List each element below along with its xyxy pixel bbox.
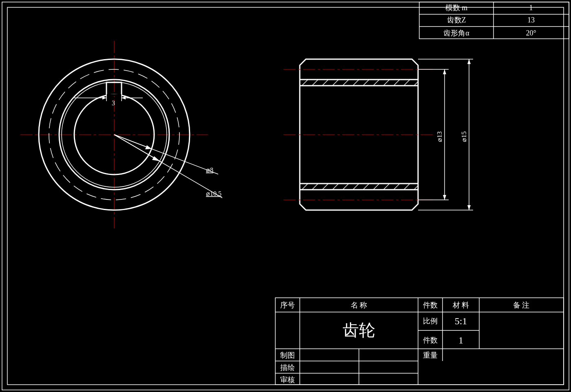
svg-marker-48 (443, 69, 446, 74)
svg-line-36 (332, 184, 339, 190)
svg-line-34 (312, 184, 318, 190)
svg-line-25 (343, 80, 349, 86)
svg-marker-49 (443, 195, 446, 200)
hdr-remarks: 备 注 (513, 301, 530, 309)
dim-keyway-dia: ⌀10.5 (206, 190, 221, 197)
svg-rect-55 (275, 298, 564, 385)
svg-line-21 (302, 80, 308, 86)
dim-bore: ⌀8 (206, 166, 213, 173)
svg-line-42 (394, 184, 400, 190)
qty2-label: 件数 (423, 336, 438, 344)
svg-marker-54 (467, 205, 471, 210)
param-value-2: 20° (526, 29, 536, 37)
scale-value: 5:1 (455, 316, 467, 326)
drawn-by-label: 制图 (280, 351, 295, 359)
svg-line-35 (322, 184, 328, 190)
param-value-0: 1 (529, 4, 533, 12)
dim-outer-dia: ⌀15 (460, 131, 467, 142)
weight-label: 重量 (423, 351, 438, 359)
side-view: ⌀13 ⌀15 (283, 59, 473, 210)
svg-line-31 (404, 80, 410, 86)
svg-line-40 (373, 184, 379, 190)
hdr-seq: 序号 (280, 301, 295, 309)
svg-line-43 (404, 184, 410, 190)
inner-border (7, 7, 564, 385)
title-block: 序号 名 称 件数 材 料 备 注 齿轮 比例 5:1 件数 1 制图 描绘 审… (275, 298, 564, 385)
svg-line-22 (312, 80, 318, 86)
param-label-1: 齿数Z (447, 16, 466, 24)
traced-by-label: 描绘 (280, 363, 295, 372)
dim-pitch-dia: ⌀13 (436, 131, 443, 142)
outer-border (2, 2, 569, 390)
dim-keyway-width: 3 (112, 100, 115, 106)
svg-line-27 (363, 80, 369, 86)
front-view: 3 ⌀8 ⌀10.5 (20, 41, 222, 228)
part-name: 齿轮 (343, 321, 375, 339)
drawing-canvas: 模数 m 1 齿数Z 13 齿形角α 20° 3 ⌀8 (0, 0, 571, 392)
param-value-1: 13 (527, 16, 535, 24)
hatch-bottom (302, 184, 418, 190)
svg-marker-9 (102, 96, 106, 100)
svg-line-26 (353, 80, 359, 86)
param-label-2: 齿形角α (443, 29, 469, 37)
svg-marker-10 (122, 96, 126, 100)
qty2-value: 1 (458, 335, 463, 345)
svg-line-24 (332, 80, 339, 86)
hdr-name: 名 称 (351, 301, 367, 309)
svg-line-41 (383, 184, 390, 190)
svg-line-30 (394, 80, 400, 86)
param-label-0: 模数 m (445, 4, 468, 12)
svg-line-23 (322, 80, 328, 86)
svg-line-33 (302, 184, 308, 190)
checked-by-label: 审核 (280, 376, 295, 384)
hatch-top (302, 80, 418, 86)
svg-marker-53 (467, 59, 471, 64)
svg-line-38 (353, 184, 359, 190)
svg-line-39 (363, 184, 369, 190)
svg-line-37 (343, 184, 349, 190)
svg-line-28 (373, 80, 379, 86)
hdr-material: 材 料 (452, 301, 469, 309)
svg-line-29 (383, 80, 390, 86)
hdr-qty: 件数 (423, 301, 438, 309)
scale-label: 比例 (423, 317, 438, 325)
